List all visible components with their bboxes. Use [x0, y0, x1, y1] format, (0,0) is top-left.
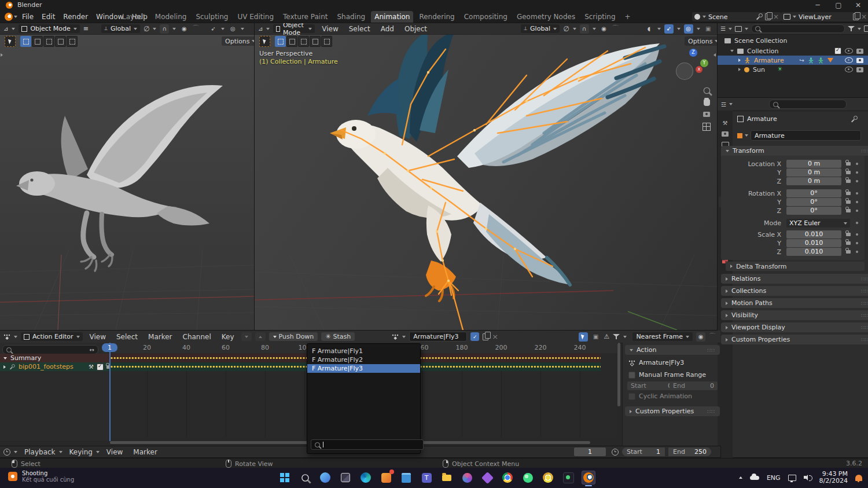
- viewlayer-selector[interactable]: ViewLayer ×: [781, 12, 868, 21]
- outliner-filter-icon[interactable]: [848, 25, 855, 32]
- track-enable-checkbox[interactable]: [97, 364, 104, 370]
- lock-icon[interactable]: [846, 250, 851, 254]
- proportional-edit-icon[interactable]: ◉: [696, 332, 705, 342]
- channel-track[interactable]: bip001_footsteps ⚒: [0, 362, 113, 371]
- errors-warning-icon[interactable]: ⚠: [604, 333, 610, 340]
- notification-bell-icon[interactable]: [855, 475, 862, 481]
- render-camera-icon[interactable]: [856, 58, 863, 63]
- select-mode-intersect[interactable]: [321, 36, 332, 47]
- animate-dot[interactable]: [856, 171, 858, 174]
- expand-arrow[interactable]: [738, 58, 741, 62]
- blender-app-icon-active[interactable]: [582, 471, 595, 485]
- gizmo-axis-x[interactable]: X: [696, 66, 703, 73]
- panel-collections[interactable]: Collections∷∷: [721, 286, 868, 296]
- action-unlink-icon[interactable]: ×: [492, 334, 498, 340]
- timeline-editor-icon[interactable]: [3, 449, 10, 456]
- select-mode-invert[interactable]: [55, 36, 66, 47]
- new-collection-icon[interactable]: [864, 25, 868, 32]
- panel-visibility[interactable]: Visibility∷∷: [721, 310, 868, 320]
- menu-keying[interactable]: Keying: [66, 448, 96, 456]
- panel-relations[interactable]: Relations∷∷: [721, 274, 868, 284]
- mode-dropdown[interactable]: Object Mode: [273, 24, 315, 33]
- animate-dot[interactable]: [856, 201, 858, 203]
- gizmo-orbit-ball[interactable]: [676, 63, 693, 80]
- filter-invert-icon[interactable]: ↔: [90, 347, 94, 353]
- orientation-dropdown[interactable]: ⟂ Global: [101, 24, 140, 33]
- action-datablock-icon[interactable]: [392, 333, 399, 340]
- tab-scripting[interactable]: Scripting: [581, 13, 619, 21]
- menu-edit[interactable]: Edit: [38, 13, 58, 21]
- frame-end-field[interactable]: End 250: [668, 447, 711, 456]
- chrome-canary-icon[interactable]: [541, 471, 555, 485]
- menu-file[interactable]: File: [19, 13, 37, 21]
- select-mode-extend[interactable]: [286, 36, 297, 47]
- visibility-eye-icon[interactable]: [845, 57, 853, 63]
- scene-unlink-icon[interactable]: ×: [773, 14, 779, 20]
- expand-arrow[interactable]: [738, 68, 741, 71]
- viewport-right-options[interactable]: Options: [685, 36, 717, 46]
- menu-select[interactable]: Select: [345, 25, 374, 33]
- rotation-mode-dropdown[interactable]: XYZ Euler: [786, 219, 850, 228]
- push-down-button[interactable]: Push Down: [269, 332, 318, 341]
- animate-dot[interactable]: [856, 192, 858, 195]
- select-mode-extend[interactable]: [32, 36, 43, 47]
- frame-range-start-field[interactable]: Start 0: [627, 381, 675, 390]
- language-indicator[interactable]: ENG: [767, 474, 781, 482]
- breadcrumb-label[interactable]: Armature: [747, 115, 847, 123]
- menu-view[interactable]: View: [103, 448, 126, 456]
- teams-app-icon[interactable]: T: [420, 471, 433, 485]
- render-camera-icon[interactable]: [856, 49, 863, 54]
- gizmo-toggle-icon[interactable]: ➶: [664, 24, 674, 34]
- only-selected-cursor-icon[interactable]: [579, 332, 588, 342]
- chrome-app-icon[interactable]: [501, 471, 514, 485]
- overlays-toggle-icon[interactable]: ◎: [228, 24, 237, 34]
- panel-drag-dots[interactable]: ∷∷: [862, 148, 868, 154]
- dropdown-item-fly3-selected[interactable]: F Armature|Fly3: [307, 364, 420, 373]
- modifier-wrench-icon[interactable]: ⚒: [89, 364, 94, 370]
- outliner-display-icon[interactable]: [735, 26, 742, 32]
- collapse-arrow[interactable]: [3, 357, 7, 359]
- scene-copy-icon[interactable]: [765, 13, 771, 20]
- snap-target-icon[interactable]: ∅: [144, 25, 149, 33]
- maximize-button[interactable]: ▢: [830, 1, 847, 9]
- snap-target-icon[interactable]: ∅: [563, 25, 569, 33]
- start-button[interactable]: [278, 471, 292, 485]
- action-name-field[interactable]: Armature|Fly3: [409, 332, 467, 342]
- select-mode-box[interactable]: [20, 36, 31, 47]
- gizmo-axis-y[interactable]: Y: [700, 59, 708, 67]
- onedrive-icon[interactable]: [750, 476, 759, 480]
- tab-texture-paint[interactable]: Texture Paint: [279, 13, 331, 21]
- hide-channels-icon[interactable]: ▣: [591, 332, 601, 342]
- custom-properties-panel[interactable]: Custom Properties ∷∷: [625, 406, 720, 416]
- android-studio-icon[interactable]: [521, 471, 535, 485]
- expand-arrow[interactable]: [3, 365, 6, 369]
- clock-date[interactable]: 9:43 PM 8/2/2024: [819, 471, 848, 485]
- delta-transform-subpanel[interactable]: Delta Transform: [726, 262, 865, 271]
- animate-dot[interactable]: [856, 233, 858, 236]
- blender-menu-icon[interactable]: [5, 13, 13, 21]
- animate-dot[interactable]: [856, 251, 858, 253]
- tray-chevron-icon[interactable]: [739, 476, 742, 479]
- cyclic-animation-row[interactable]: Cyclic Animation: [628, 392, 692, 400]
- cyclic-animation-checkbox[interactable]: [628, 393, 635, 400]
- visibility-eye-icon[interactable]: [845, 48, 853, 54]
- tab-geometry-nodes[interactable]: Geometry Nodes: [513, 13, 579, 21]
- taskbar-notification[interactable]: Shooting Kết quả cuối cùng: [8, 470, 74, 483]
- dropdown-search-field[interactable]: [311, 439, 424, 450]
- action-copy-icon[interactable]: [483, 333, 488, 340]
- transform-panel-header[interactable]: Transform ∷∷: [721, 146, 868, 156]
- lock-icon[interactable]: [846, 179, 851, 183]
- menu-channel[interactable]: Channel: [179, 333, 215, 341]
- object-name-field[interactable]: Armature: [751, 130, 861, 141]
- select-mode-box[interactable]: [275, 36, 286, 47]
- edge-app-icon[interactable]: [359, 471, 373, 485]
- panel-viewport-display[interactable]: Viewport Display∷∷: [721, 322, 868, 332]
- proportional-edit-icon[interactable]: ◉: [179, 24, 189, 34]
- pin-icon[interactable]: [9, 364, 15, 370]
- stash-button[interactable]: ✳Stash: [321, 332, 355, 341]
- animate-dot[interactable]: [856, 180, 858, 182]
- xray-toggle-icon[interactable]: ▣: [704, 24, 713, 34]
- viewlayer-copy-icon[interactable]: [853, 13, 859, 20]
- lock-icon[interactable]: [846, 162, 851, 166]
- frame-start-field[interactable]: Start 1: [622, 447, 665, 456]
